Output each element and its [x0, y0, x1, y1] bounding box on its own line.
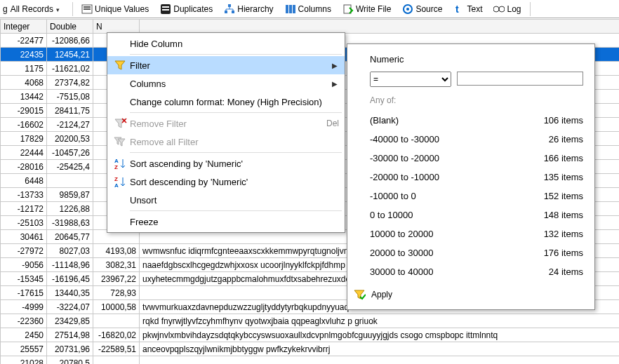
cell-num[interactable]: 23967,22: [93, 272, 140, 286]
table-row[interactable]: 2102820780,5: [1, 356, 620, 365]
duplicates-button[interactable]: Duplicates: [156, 1, 217, 17]
filter-bucket[interactable]: (Blank)106 items: [370, 111, 583, 130]
cell-dbl[interactable]: [47, 174, 93, 188]
cell-dbl[interactable]: 8027,03: [47, 244, 93, 258]
unique-values-button[interactable]: Unique Values: [77, 1, 153, 17]
columns-button[interactable]: Columns: [281, 1, 335, 17]
cell-num[interactable]: [93, 314, 140, 328]
cell-num[interactable]: 4193,08: [93, 244, 140, 258]
cell-int[interactable]: 1175: [1, 62, 47, 76]
hierarchy-button[interactable]: Hierarchy: [220, 1, 277, 17]
cell-int[interactable]: -17615: [1, 286, 47, 300]
cell-txt[interactable]: [140, 356, 620, 365]
cell-dbl[interactable]: 28411,75: [47, 104, 93, 118]
cell-dbl[interactable]: -2124,27: [47, 118, 93, 132]
cell-dbl[interactable]: 27514,98: [47, 328, 93, 342]
cell-txt[interactable]: pkwjnvlxmbvihdayzsdqtqkybccyswsuoxaullxd…: [140, 328, 620, 342]
col-header-text[interactable]: [140, 20, 620, 34]
filter-value-input[interactable]: [457, 72, 583, 86]
cell-dbl[interactable]: -11148,96: [47, 258, 93, 272]
cell-dbl[interactable]: -12086,66: [47, 34, 93, 48]
ctx-columns[interactable]: Columns ▶: [107, 74, 345, 93]
cell-dbl[interactable]: 12454,21: [47, 48, 93, 62]
cell-int[interactable]: -29015: [1, 104, 47, 118]
cell-int[interactable]: -27972: [1, 244, 47, 258]
filter-operator-select[interactable]: =: [370, 72, 451, 87]
cell-int[interactable]: 13442: [1, 90, 47, 104]
cell-int[interactable]: 4068: [1, 76, 47, 90]
cell-num[interactable]: 3082,31: [93, 258, 140, 272]
cell-int[interactable]: -16602: [1, 118, 47, 132]
cell-num[interactable]: 10000,58: [93, 300, 140, 314]
cell-int[interactable]: 30461: [1, 230, 47, 244]
cell-num[interactable]: [93, 356, 140, 365]
cell-txt[interactable]: rqkd fnyrwjtlyvfzcyhmfhynv qyotwxjbaia q…: [140, 314, 620, 328]
cell-int[interactable]: -4999: [1, 300, 47, 314]
cell-dbl[interactable]: 1226,88: [47, 202, 93, 216]
ctx-change-format[interactable]: Change column format: Money (High Precis…: [107, 93, 345, 111]
cell-num[interactable]: 728,93: [93, 286, 140, 300]
cell-int[interactable]: 22444: [1, 146, 47, 160]
log-button[interactable]: Log: [489, 1, 525, 17]
filter-bucket[interactable]: 20000 to 30000176 items: [370, 243, 583, 262]
ctx-sort-desc[interactable]: ZA Sort descending by 'Numeric': [107, 173, 345, 191]
cell-int[interactable]: -25103: [1, 216, 47, 230]
source-button[interactable]: Source: [398, 1, 446, 17]
cell-int[interactable]: -12172: [1, 202, 47, 216]
col-header-double[interactable]: Double: [47, 20, 93, 34]
cell-dbl[interactable]: 9859,87: [47, 188, 93, 202]
cell-num[interactable]: -16820,02: [93, 328, 140, 342]
ctx-remove-all-filter[interactable]: Remove all Filter: [107, 133, 345, 151]
cell-dbl[interactable]: -25425,4: [47, 160, 93, 174]
cell-dbl[interactable]: -7515,08: [47, 90, 93, 104]
col-header-numeric[interactable]: N: [93, 20, 140, 34]
text-button[interactable]: t Text: [449, 1, 486, 17]
col-header-integer[interactable]: Integer: [1, 20, 47, 34]
filter-apply-button[interactable]: Apply: [353, 288, 583, 301]
cell-int[interactable]: 25557: [1, 342, 47, 356]
filter-bucket[interactable]: -30000 to -20000166 items: [370, 149, 583, 168]
cell-dbl[interactable]: -16196,45: [47, 272, 93, 286]
cell-int[interactable]: -13733: [1, 188, 47, 202]
cell-txt[interactable]: anceovpqplszqyjlwnikmjbbtyggw pwfkzykekr…: [140, 342, 620, 356]
table-row[interactable]: 2555720731,96-22589,51anceovpqplszqyjlwn…: [1, 342, 620, 356]
cell-int[interactable]: 17829: [1, 132, 47, 146]
ctx-unsort[interactable]: Unsort: [107, 191, 345, 209]
cell-dbl[interactable]: -10457,26: [47, 146, 93, 160]
cell-dbl[interactable]: -11621,02: [47, 62, 93, 76]
cell-dbl[interactable]: -31988,63: [47, 216, 93, 230]
cell-dbl[interactable]: -3224,07: [47, 300, 93, 314]
cell-dbl[interactable]: 20780,5: [47, 356, 93, 365]
cell-int[interactable]: 22435: [1, 48, 47, 62]
write-file-button[interactable]: Write File: [338, 1, 395, 17]
cell-int[interactable]: -9056: [1, 258, 47, 272]
filter-bucket[interactable]: 0 to 10000148 items: [370, 205, 583, 224]
filter-bucket[interactable]: -20000 to -10000135 items: [370, 168, 583, 187]
cell-dbl[interactable]: 13440,35: [47, 286, 93, 300]
table-row[interactable]: -2236023429,85rqkd fnyrwjtlyvfzcyhmfhynv…: [1, 314, 620, 328]
filter-bucket[interactable]: -40000 to -3000026 items: [370, 130, 583, 149]
table-row[interactable]: 245027514,98-16820,02pkwjnvlxmbvihdayzsd…: [1, 328, 620, 342]
cell-dbl[interactable]: 20200,53: [47, 132, 93, 146]
cell-int[interactable]: 21028: [1, 356, 47, 365]
cell-int[interactable]: -22477: [1, 34, 47, 48]
ctx-sort-asc[interactable]: AZ Sort ascending by 'Numeric': [107, 154, 345, 173]
records-dropdown[interactable]: All Records: [11, 4, 68, 14]
cell-dbl[interactable]: 27374,82: [47, 76, 93, 90]
ctx-remove-filter[interactable]: Remove Filter Del: [107, 114, 345, 133]
ctx-hide-column[interactable]: Hide Column: [107, 34, 345, 53]
cell-int[interactable]: -15345: [1, 272, 47, 286]
cell-int[interactable]: -22360: [1, 314, 47, 328]
filter-bucket[interactable]: -10000 to 0152 items: [370, 187, 583, 205]
ctx-freeze[interactable]: Freeze: [107, 213, 345, 231]
cell-dbl[interactable]: 23429,85: [47, 314, 93, 328]
cell-int[interactable]: -28016: [1, 160, 47, 174]
ctx-filter[interactable]: Filter ▶: [107, 56, 345, 74]
cell-int[interactable]: 6448: [1, 174, 47, 188]
cell-dbl[interactable]: 20645,77: [47, 230, 93, 244]
filter-bucket[interactable]: 10000 to 20000132 items: [370, 224, 583, 243]
cell-num[interactable]: -22589,51: [93, 342, 140, 356]
cell-int[interactable]: 2450: [1, 328, 47, 342]
cell-dbl[interactable]: 20731,96: [47, 342, 93, 356]
filter-bucket[interactable]: 30000 to 4000024 items: [370, 262, 583, 281]
